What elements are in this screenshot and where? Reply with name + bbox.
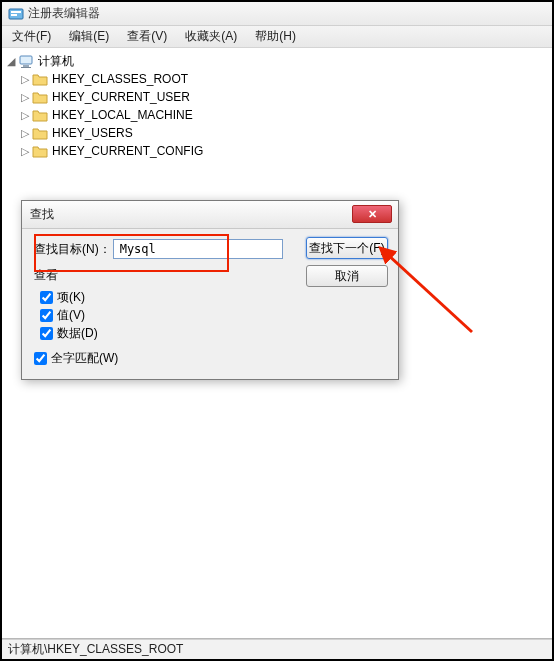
checkbox-whole-row[interactable]: 全字匹配(W): [34, 350, 386, 367]
folder-icon: [32, 72, 48, 86]
folder-icon: [32, 126, 48, 140]
svg-rect-4: [23, 65, 29, 67]
svg-rect-3: [20, 56, 32, 64]
expand-icon[interactable]: ▷: [18, 127, 32, 140]
find-dialog: 查找 ✕ 查找目标(N)： 查找下一个(F) 取消 查看 项(K) 值(V) 数…: [21, 200, 399, 380]
cancel-button[interactable]: 取消: [306, 265, 388, 287]
checkbox-data-label: 数据(D): [57, 325, 98, 342]
window-title: 注册表编辑器: [28, 5, 100, 22]
status-path: 计算机\HKEY_CLASSES_ROOT: [8, 641, 183, 658]
checkbox-keys-label: 项(K): [57, 289, 85, 306]
find-next-button[interactable]: 查找下一个(F): [306, 237, 388, 259]
menu-bar: 文件(F) 编辑(E) 查看(V) 收藏夹(A) 帮助(H): [2, 26, 552, 48]
svg-rect-2: [11, 14, 17, 16]
checkbox-whole-label: 全字匹配(W): [51, 350, 118, 367]
tree-item-label: HKEY_CURRENT_USER: [52, 90, 190, 104]
expand-icon[interactable]: ▷: [18, 145, 32, 158]
svg-rect-1: [11, 11, 21, 13]
menu-edit[interactable]: 编辑(E): [63, 26, 115, 47]
tree-root-label: 计算机: [38, 53, 74, 70]
folder-icon: [32, 108, 48, 122]
close-icon: ✕: [368, 208, 377, 221]
dialog-title: 查找: [30, 206, 54, 223]
menu-favorites[interactable]: 收藏夹(A): [179, 26, 243, 47]
tree-item[interactable]: ▷ HKEY_CURRENT_CONFIG: [4, 142, 550, 160]
tree-item[interactable]: ▷ HKEY_USERS: [4, 124, 550, 142]
title-bar: 注册表编辑器: [2, 2, 552, 26]
folder-icon: [32, 90, 48, 104]
checkbox-values[interactable]: [40, 309, 53, 322]
expand-icon[interactable]: ▷: [18, 73, 32, 86]
folder-icon: [32, 144, 48, 158]
checkbox-keys[interactable]: [40, 291, 53, 304]
checkbox-values-row[interactable]: 值(V): [40, 306, 386, 324]
checkbox-data-row[interactable]: 数据(D): [40, 324, 386, 342]
tree-item-label: HKEY_LOCAL_MACHINE: [52, 108, 193, 122]
menu-file[interactable]: 文件(F): [6, 26, 57, 47]
tree-item[interactable]: ▷ HKEY_CURRENT_USER: [4, 88, 550, 106]
expand-icon[interactable]: ▷: [18, 91, 32, 104]
tree-item-label: HKEY_CURRENT_CONFIG: [52, 144, 203, 158]
tree-root-row[interactable]: ◢ 计算机: [4, 52, 550, 70]
checkbox-whole[interactable]: [34, 352, 47, 365]
close-button[interactable]: ✕: [352, 205, 392, 223]
tree-item[interactable]: ▷ HKEY_CLASSES_ROOT: [4, 70, 550, 88]
status-bar: 计算机\HKEY_CLASSES_ROOT: [2, 639, 552, 659]
checkbox-values-label: 值(V): [57, 307, 85, 324]
checkbox-data[interactable]: [40, 327, 53, 340]
collapse-icon[interactable]: ◢: [4, 55, 18, 68]
tree-item[interactable]: ▷ HKEY_LOCAL_MACHINE: [4, 106, 550, 124]
expand-icon[interactable]: ▷: [18, 109, 32, 122]
checkbox-keys-row[interactable]: 项(K): [40, 288, 386, 306]
dialog-body: 查找目标(N)： 查找下一个(F) 取消 查看 项(K) 值(V) 数据(D): [22, 229, 398, 379]
computer-icon: [18, 54, 34, 68]
menu-view[interactable]: 查看(V): [121, 26, 173, 47]
find-target-label: 查找目标(N)：: [34, 241, 111, 258]
menu-help[interactable]: 帮助(H): [249, 26, 302, 47]
find-target-input[interactable]: [113, 239, 283, 259]
app-icon: [8, 6, 24, 22]
tree-item-label: HKEY_USERS: [52, 126, 133, 140]
dialog-title-bar[interactable]: 查找 ✕: [22, 201, 398, 229]
svg-rect-5: [21, 67, 31, 68]
tree-item-label: HKEY_CLASSES_ROOT: [52, 72, 188, 86]
